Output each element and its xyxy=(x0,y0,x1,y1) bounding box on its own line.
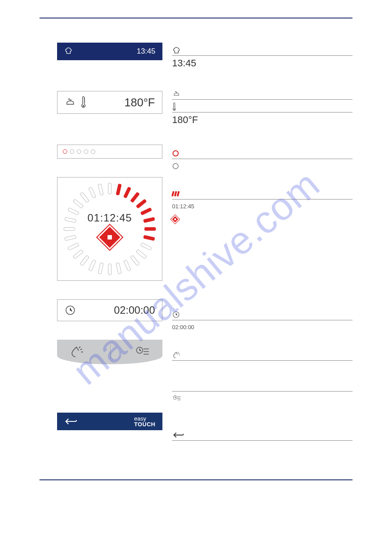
spray-icon xyxy=(172,351,182,359)
brand-logo: easy TOUCH xyxy=(134,416,155,427)
spray-button[interactable] xyxy=(69,345,86,359)
header-bar[interactable]: 13:45 xyxy=(57,43,162,60)
options-divider xyxy=(110,345,111,359)
dial-center: 01:12:45 xyxy=(58,178,162,280)
desc-thermometer-row xyxy=(172,99,352,112)
svg-point-3 xyxy=(174,109,175,110)
svg-point-5 xyxy=(173,163,178,169)
chef-hat-icon xyxy=(172,46,181,54)
desc-temp-value: 180°F xyxy=(172,114,198,125)
footer-bar: easy TOUCH xyxy=(57,413,162,430)
stop-icon xyxy=(108,235,112,239)
schedule-button[interactable] xyxy=(135,345,151,359)
desc-back-row xyxy=(172,428,352,440)
phase-dot xyxy=(77,149,81,154)
desc-dial-time: 01:12:45 xyxy=(172,203,194,210)
back-button[interactable] xyxy=(64,417,77,426)
desc-clock-value: 02:00:00 xyxy=(172,324,194,330)
schedule-icon xyxy=(172,395,182,403)
svg-point-4 xyxy=(173,151,178,156)
desc-stop-row xyxy=(172,212,352,225)
clock-icon xyxy=(65,305,76,316)
phase-dot xyxy=(70,149,74,154)
phase-row[interactable] xyxy=(57,145,162,159)
desc-schedule-row xyxy=(172,391,352,404)
ticks-icon xyxy=(172,191,179,196)
clock-icon xyxy=(172,311,180,319)
desc-spray-row xyxy=(172,348,352,360)
temperature-row[interactable]: 180°F xyxy=(57,91,162,114)
desc-row: 01:12:45 xyxy=(172,199,352,212)
desc-clock-icon-row xyxy=(172,307,352,320)
phase-dot-active xyxy=(63,149,67,154)
thermometer-icon xyxy=(172,102,176,112)
dial-panel[interactable]: 01:12:45 xyxy=(57,177,162,281)
desc-row: 02:00:00 xyxy=(172,320,352,333)
chef-hat-icon xyxy=(64,46,73,57)
desc-active-phase-row xyxy=(172,146,352,159)
temperature-value: 180°F xyxy=(124,96,155,109)
top-rule xyxy=(40,18,352,18)
page: 13:45 180°F xyxy=(0,0,392,498)
bottom-rule xyxy=(40,479,352,480)
clock-value: 02:00:00 xyxy=(114,304,155,316)
options-bar xyxy=(57,340,162,364)
desc-row: 13:45 xyxy=(172,55,352,69)
stop-icon xyxy=(171,215,180,224)
stop-button[interactable] xyxy=(97,225,122,250)
desc-inactive-phase-row xyxy=(172,159,352,171)
inactive-phase-icon xyxy=(172,163,179,170)
header-time: 13:45 xyxy=(137,47,155,56)
desc-steam-icon-row xyxy=(172,87,352,99)
desc-chef-icon-row xyxy=(172,43,352,55)
left-column: 13:45 180°F xyxy=(40,43,162,453)
desc-ticks-row xyxy=(172,186,352,199)
right-column: 13:45 180°F xyxy=(172,43,352,453)
thermometer-icon xyxy=(80,96,86,109)
dial-time: 01:12:45 xyxy=(87,212,132,224)
steam-icon xyxy=(65,97,76,108)
phase-dot xyxy=(91,149,95,154)
desc-row-empty xyxy=(172,360,352,391)
steam-icon xyxy=(172,90,181,98)
clock-row[interactable]: 02:00:00 xyxy=(57,299,162,321)
back-icon xyxy=(172,431,184,439)
active-phase-icon xyxy=(172,150,179,157)
content: 13:45 180°F xyxy=(40,43,352,453)
desc-row: 180°F xyxy=(172,112,352,126)
phase-dot xyxy=(84,149,88,154)
svg-point-0 xyxy=(83,105,84,107)
desc-time: 13:45 xyxy=(172,58,196,69)
desc-row-empty xyxy=(172,440,352,453)
brand-touch: TOUCH xyxy=(134,421,155,428)
